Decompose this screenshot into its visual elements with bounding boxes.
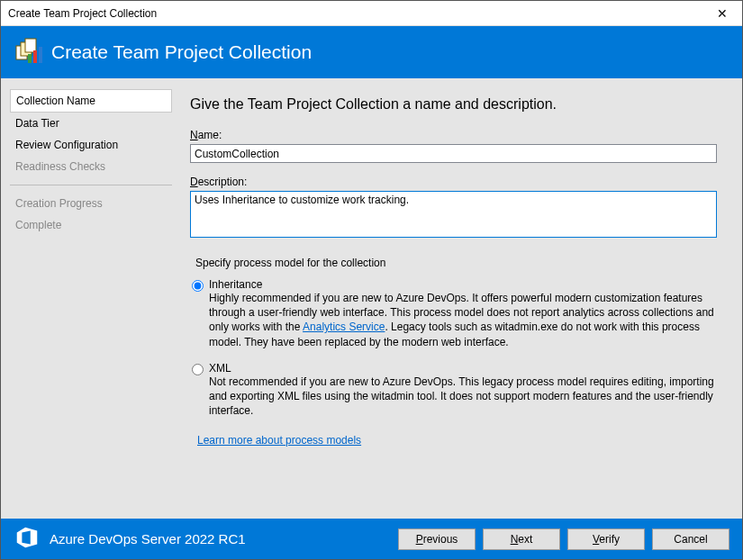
wizard-content: Give the Team Project Collection a name …	[181, 78, 742, 519]
step-creation-progress: Creation Progress	[10, 193, 172, 214]
close-button[interactable]: ✕	[702, 1, 742, 26]
option-inheritance-desc: Highly recommended if you are new to Azu…	[209, 291, 717, 349]
description-group: Description:	[190, 176, 729, 240]
wizard-title: Create Team Project Collection	[51, 41, 312, 63]
analytics-service-link[interactable]: Analytics Service	[303, 321, 385, 333]
close-icon: ✕	[717, 6, 728, 21]
collection-icon	[14, 38, 42, 67]
svg-rect-3	[28, 54, 32, 63]
radio-xml[interactable]	[192, 364, 204, 375]
option-inheritance[interactable]: Inheritance Highly recommended if you ar…	[190, 278, 729, 349]
step-readiness-checks: Readiness Checks	[10, 156, 172, 177]
page-heading: Give the Team Project Collection a name …	[190, 96, 729, 113]
svg-rect-2	[25, 39, 36, 52]
option-xml[interactable]: XML Not recommended if you are new to Az…	[190, 362, 729, 419]
name-label: Name:	[190, 129, 729, 141]
option-xml-title: XML	[209, 362, 717, 375]
description-label: Description:	[190, 176, 729, 188]
svg-rect-4	[33, 50, 37, 63]
learn-more-row: Learn more about process models	[197, 434, 729, 447]
cancel-button[interactable]: Cancel	[652, 528, 729, 550]
verify-button[interactable]: Verify	[567, 528, 645, 550]
window-title: Create Team Project Collection	[8, 7, 702, 20]
radio-inheritance[interactable]	[192, 280, 204, 292]
option-xml-desc: Not recommended if you are new to Azure …	[209, 375, 717, 419]
step-review-configuration[interactable]: Review Configuration	[10, 134, 172, 156]
step-data-tier[interactable]: Data Tier	[10, 113, 172, 134]
svg-rect-5	[39, 47, 42, 63]
step-complete: Complete	[10, 214, 172, 236]
footer-brand: Azure DevOps Server 2022 RC1	[14, 524, 391, 554]
azure-devops-icon	[14, 524, 41, 554]
wizard-footer: Azure DevOps Server 2022 RC1 Previous Ne…	[1, 519, 742, 559]
option-inheritance-title: Inheritance	[209, 278, 717, 291]
learn-more-link[interactable]: Learn more about process models	[197, 434, 361, 447]
name-group: Name:	[190, 129, 729, 163]
footer-brand-text: Azure DevOps Server 2022 RC1	[50, 531, 246, 546]
wizard-body: Collection Name Data Tier Review Configu…	[1, 78, 742, 519]
step-collection-name[interactable]: Collection Name	[10, 89, 172, 113]
name-input[interactable]	[190, 144, 717, 163]
description-input[interactable]	[190, 191, 717, 238]
next-button[interactable]: Next	[483, 528, 560, 550]
wizard-sidebar: Collection Name Data Tier Review Configu…	[1, 78, 181, 519]
sidebar-separator	[10, 185, 172, 185]
dialog-window: Create Team Project Collection ✕ Create …	[0, 0, 743, 560]
previous-button[interactable]: Previous	[398, 528, 476, 550]
titlebar: Create Team Project Collection ✕	[1, 1, 742, 26]
process-model-heading: Specify process model for the collection	[195, 257, 729, 269]
wizard-header: Create Team Project Collection	[1, 26, 742, 78]
